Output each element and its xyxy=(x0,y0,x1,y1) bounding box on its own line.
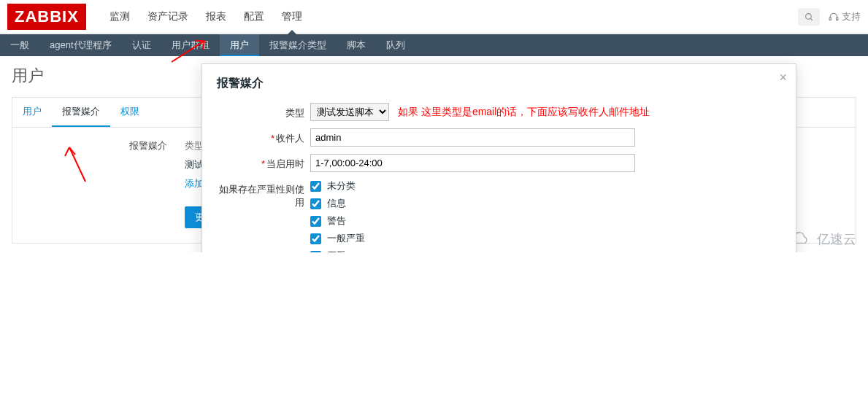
topnav-reports[interactable]: 报表 xyxy=(197,0,235,34)
when-label: *当启用时 xyxy=(217,154,310,171)
top-nav: 监测 资产记录 报表 配置 管理 xyxy=(101,0,311,34)
topnav-configuration[interactable]: 配置 xyxy=(235,0,273,34)
support-link[interactable]: 支持 xyxy=(829,10,861,23)
subnav-queue[interactable]: 队列 xyxy=(376,34,415,56)
type-select[interactable]: 测试发送脚本 xyxy=(310,103,389,121)
subnav-auth[interactable]: 认证 xyxy=(122,34,161,56)
subnav-general[interactable]: 一般 xyxy=(0,34,39,56)
svg-rect-2 xyxy=(829,18,831,20)
tab-permissions[interactable]: 权限 xyxy=(110,98,150,127)
type-label: 类型 xyxy=(217,103,310,120)
subnav-users[interactable]: 用户 xyxy=(220,34,259,56)
severity-checkbox-high[interactable] xyxy=(310,251,321,253)
search-button[interactable] xyxy=(798,8,820,26)
severity-text: 信息 xyxy=(327,197,346,210)
severity-checkbox-notclassified[interactable] xyxy=(310,181,321,192)
severity-checkbox-information[interactable] xyxy=(310,198,321,209)
svg-rect-3 xyxy=(837,18,838,20)
modal-title: 报警媒介 xyxy=(217,76,781,91)
media-modal: × 报警媒介 类型 测试发送脚本 如果 这里类型是email的话，下面应该写收件… xyxy=(201,63,796,252)
sub-nav: 一般 agent代理程序 认证 用户群组 用户 报警媒介类型 脚本 队列 xyxy=(0,34,868,56)
severity-label: 如果存在严重性则使用 xyxy=(217,179,310,209)
severity-text: 警告 xyxy=(327,214,346,228)
subnav-usergroups[interactable]: 用户群组 xyxy=(161,34,220,56)
tab-user[interactable]: 用户 xyxy=(12,98,52,127)
severity-group: 未分类 信息 警告 一般严重 严重 灾难 xyxy=(310,179,781,252)
headset-icon xyxy=(829,12,839,22)
zabbix-logo[interactable]: ZABBIX xyxy=(7,4,86,30)
support-label: 支持 xyxy=(842,10,861,23)
severity-text: 严重 xyxy=(327,249,346,252)
recipient-input[interactable] xyxy=(310,128,635,147)
severity-text: 一般严重 xyxy=(327,232,365,245)
type-hint-annotation: 如果 这里类型是email的话，下面应该写收件人邮件地址 xyxy=(398,106,650,119)
recipient-label: *收件人 xyxy=(217,128,310,145)
subnav-proxies[interactable]: agent代理程序 xyxy=(39,34,122,56)
svg-point-0 xyxy=(805,13,811,19)
subnav-mediatypes[interactable]: 报警媒介类型 xyxy=(259,34,337,56)
topnav-inventory[interactable]: 资产记录 xyxy=(139,0,197,34)
severity-text: 未分类 xyxy=(327,179,356,193)
watermark: 亿速云 xyxy=(789,230,856,248)
topnav-monitoring[interactable]: 监测 xyxy=(101,0,139,34)
topnav-administration[interactable]: 管理 xyxy=(273,0,311,34)
close-button[interactable]: × xyxy=(779,70,787,85)
subnav-scripts[interactable]: 脚本 xyxy=(337,34,376,56)
svg-line-1 xyxy=(810,18,813,20)
when-input[interactable] xyxy=(310,154,635,172)
severity-checkbox-warning[interactable] xyxy=(310,216,321,227)
media-section-label: 报警媒介 xyxy=(129,139,167,228)
severity-checkbox-average[interactable] xyxy=(310,233,321,244)
tab-media[interactable]: 报警媒介 xyxy=(52,98,110,127)
search-icon xyxy=(804,12,814,22)
